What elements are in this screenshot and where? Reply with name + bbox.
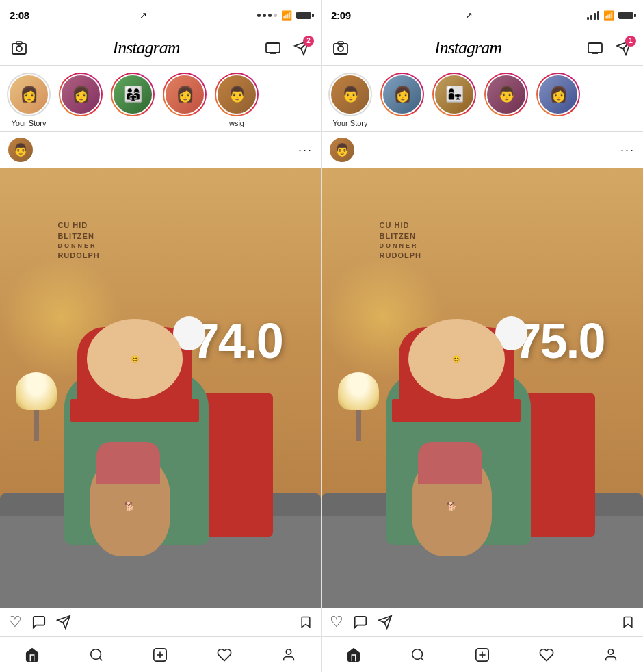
story-avatar-left-5: 👨 [216,74,257,115]
svg-rect-2 [16,42,22,44]
post-header-left: 👨 ··· [0,132,321,168]
location-arrow-left: ↗ [140,10,147,21]
post-more-button-right[interactable]: ··· [620,143,635,157]
direct-badge-right: 1 [625,36,636,47]
instagram-logo-right: Instagram [434,38,501,58]
post-avatar-right[interactable]: 👨 [330,138,354,162]
bookmark-button-left[interactable] [299,615,313,630]
story-avatar-wrap-left-5: 👨 [215,73,259,116]
instagram-logo-left: Instagram [113,38,180,58]
wifi-icon-left: 📶 [281,10,292,21]
status-time-right: 2:09 [331,10,351,21]
story-avatar-left-2: 👩 [60,74,101,115]
story-label-left-5: wsig [229,119,244,127]
your-story-label-right: Your Story [333,119,368,127]
story-item-right-5[interactable]: 👩 [536,73,580,127]
wall-sign-left: CU HID BLITZEN DONNER RUDOLPH [57,220,99,261]
profile-button-left[interactable] [275,641,302,669]
camera-button-right[interactable] [331,38,350,57]
story-avatar-right-5: 👩 [538,74,579,115]
like-button-right[interactable]: ♡ [330,613,343,631]
your-story-avatar-left: 👩 [8,74,49,115]
story-item-right-2[interactable]: 👩 [380,73,424,127]
phone-panel-right: 2:09 ↗ 📶 Instagram [322,0,643,672]
story-item-left-5[interactable]: 👨 wsig [215,73,259,127]
story-avatar-wrap-left-2: 👩 [59,73,103,116]
add-button-left[interactable] [146,641,174,669]
camera-button-left[interactable] [10,38,29,57]
status-time-left: 2:08 [10,10,29,21]
story-avatar-right-1: 👨 [330,74,371,115]
bottom-nav-right [322,636,643,672]
direct-badge-left: 2 [303,36,314,47]
post-actions-left: ♡ [0,608,321,636]
story-item-right-1[interactable]: 👨 Your Story [328,73,372,127]
home-button-left[interactable] [18,641,46,669]
story-item-right-3[interactable]: 👩‍👧 [432,73,476,127]
your-story-label-left: Your Story [12,119,47,127]
location-arrow-right: ↗ [465,10,473,21]
story-item-left-4[interactable]: 👩 [163,73,207,127]
right-status-icons-right: 📶 [587,10,633,21]
svg-rect-13 [338,42,343,44]
activity-button-left[interactable] [211,641,238,669]
story-avatar-wrap-right-1: 👨 [328,73,372,116]
search-button-right[interactable] [404,641,432,669]
story-item-left-3[interactable]: 👨‍👩‍👧 [111,73,155,127]
story-avatar-wrap-right-2: 👩 [380,73,424,116]
search-button-left[interactable] [83,641,110,669]
svg-rect-3 [266,43,280,53]
bottom-nav-left [0,636,321,672]
svg-point-1 [16,46,22,51]
your-story-avatar-wrap-left: 👩 [7,73,51,116]
status-bar-left: 2:08 ↗ 📶 [0,0,321,30]
share-button-right[interactable] [378,615,393,630]
stories-row-left: 👩 Your Story 👩 👨‍👩‍👧 [0,66,321,132]
story-avatar-wrap-left-4: 👩 [163,73,207,116]
signal-dots-left [257,14,277,17]
direct-button-right[interactable]: 1 [614,38,633,57]
svg-rect-14 [588,43,602,53]
post-avatar-left[interactable]: 👨 [8,138,33,162]
story-item-right-4[interactable]: 👨 [484,73,528,127]
story-item-left-2[interactable]: 👩 [59,73,103,127]
comment-button-left[interactable] [31,615,47,630]
svg-point-6 [90,649,101,659]
person-couch-left: 😊 🐕 [0,322,321,608]
status-bar-right: 2:09 ↗ 📶 [322,0,643,30]
story-avatar-wrap-right-4: 👨 [484,73,528,116]
right-status-icons-left: 📶 [257,10,311,21]
tv-button-right[interactable] [586,38,605,57]
share-button-left[interactable] [56,615,71,630]
story-avatar-left-4: 👩 [164,74,205,115]
nav-bar-right: Instagram 1 [322,30,643,66]
story-avatar-wrap-left-3: 👨‍👩‍👧 [111,73,155,116]
story-avatar-right-2: 👩 [382,74,423,115]
home-button-right[interactable] [340,641,367,669]
profile-button-right[interactable] [597,641,625,669]
svg-point-12 [338,46,343,51]
wall-sign-right: CU HID BLITZEN DONNER RUDOLPH [380,220,421,261]
signal-bars-right [587,10,599,20]
person-couch-right: 😊 🐕 [322,322,643,608]
wifi-icon-right: 📶 [603,10,614,21]
story-avatar-wrap-right-3: 👩‍👧 [432,73,476,116]
direct-button-left[interactable]: 2 [292,38,311,57]
nav-bar-left: Instagram 2 [0,30,321,66]
activity-button-right[interactable] [533,641,560,669]
add-button-right[interactable] [469,641,496,669]
like-button-left[interactable]: ♡ [8,613,22,631]
stories-row-right: 👨 Your Story 👩 👩‍👧 [322,66,643,132]
your-story-left[interactable]: 👩 Your Story [7,73,51,127]
story-avatar-right-4: 👨 [486,74,527,115]
tv-button-left[interactable] [263,38,283,57]
post-header-right: 👨 ··· [322,132,643,168]
photo-area-right: CU HID BLITZEN DONNER RUDOLPH 75.0 😊 🐕 [322,168,643,608]
battery-icon-right [618,12,633,19]
svg-point-10 [286,649,291,654]
post-more-button-left[interactable]: ··· [298,143,313,157]
bookmark-button-right[interactable] [621,615,635,630]
post-actions-right: ♡ [322,608,643,636]
comment-button-right[interactable] [353,615,368,630]
story-avatar-wrap-right-5: 👩 [536,73,580,116]
